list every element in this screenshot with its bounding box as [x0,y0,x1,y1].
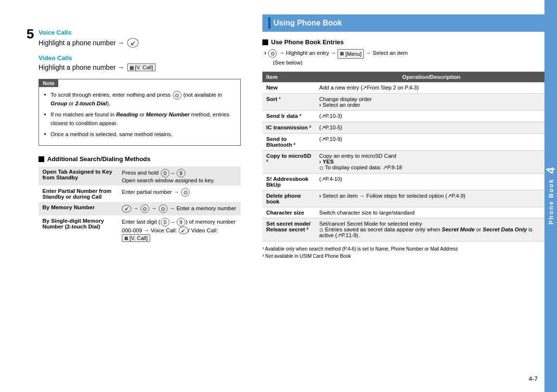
table-row: Delete phone book › Select an item → Fol… [262,190,547,207]
table-row: Set secret mode/ Release secret ² Set/ca… [262,218,547,241]
chevron-icon: › [264,50,266,56]
phonebook-table: Item Operation/Description New Add a new… [262,72,547,241]
note-item-2: If no matches are found in Reading or Me… [44,111,235,127]
video-highlight-line: Highlight a phone number → ▦ [V. Call] [39,63,241,71]
yes-bold: YES [323,159,334,164]
ref-delete: ↗P.4-9 [447,193,464,199]
desc-sort: Change display order › Select an order [315,94,547,111]
col-desc-header: Operation/Description [315,72,547,82]
left-column: Voice Calls Highlight a phone number → ↙… [0,0,255,392]
table-row: Enter Partial Number from Standby or dur… [39,186,241,202]
secret-data-bold: Secret Data Only [483,227,527,232]
circle-nav3-icon: ⊙ [159,204,168,213]
right-sidebar: 4 Phone Book [544,0,557,392]
vcall-icon2: ▦ [124,236,129,240]
twotouch-italic: 2-touch Dial [75,101,107,106]
vcall-label: [V. Call] [135,64,153,70]
desc-secret: Set/cancel Secret Mode for selected entr… [315,218,547,241]
black-square-icon [39,156,44,162]
circle-nav2-icon: ⊙ [141,204,149,213]
footnote-1: ¹ Available only when search method (P.4… [262,245,547,253]
right-column: Using Phone Book Use Phone Book Entries … [255,0,557,392]
circle-nav-icon: ⊙ [173,91,181,100]
group-italic: Group [51,101,67,106]
memory-italic: Memory Number [146,112,190,117]
ref-bt: ↗P.10-9 [321,136,340,142]
ref-sendir: ↗P.10-3 [321,113,340,119]
desc-delete: › Select an item → Follow steps for sele… [315,190,547,207]
ref-ic: ↗P.10-5 [321,125,340,130]
gt-arrow-sort: › [319,102,321,108]
blue-bar-accent [268,17,271,29]
gt-delete: › [319,193,321,199]
table-row: Send Ir data ² (↗P.10-3) [262,111,547,122]
gt-yes: › [319,159,321,164]
key0-icon: 0 [161,169,169,177]
search-row-key-4: By Single-digit Memory Number (2-touch D… [39,215,118,244]
call-sm-icon: ↙ [122,205,131,213]
page-container: 5 Voice Calls Highlight a phone number →… [0,0,557,392]
item-sendir: Send Ir data ² [262,111,315,122]
menu-icon: ▦ [340,51,344,57]
desc-new: Add a new entry (↗From Step 2 on P.4-3) [315,82,547,94]
item-secret: Set secret mode/ Release secret ² [262,218,315,241]
key9-icon: 9 [177,169,185,177]
sidebar-number: 4 [544,167,557,174]
use-entries-label: Use Phone Book Entries [271,38,344,46]
note-header: Note [39,79,58,87]
item-char: Character size [262,207,315,218]
reading-italic: Reading [116,112,138,117]
item-copy: Copy to microSD ² [262,151,315,174]
table-row: Sort ¹ Change display order › Select an … [262,94,547,111]
phonebook-header: Using Phone Book [262,14,547,32]
ref-secret: ↗P.11-9 [337,232,356,238]
call-icon: ↙ [127,38,139,48]
secret-mode-bold: Secret Mode [441,227,474,232]
ref-s: ↗P.4-10 [321,176,340,182]
table-row: New Add a new entry (↗From Step 2 on P.4… [262,82,547,94]
black-sq-icon [262,39,268,45]
search-row-val-4: Enter last digit (0 – 9) of memory numbe… [118,215,241,244]
video-calls-label: Video Calls [39,54,241,62]
desc-s: (↗P.4-10) [315,174,547,190]
phonebook-header-text: Using Phone Book [273,19,342,27]
item-bt: Send to Bluetooth ² [262,134,315,151]
video-highlight-text: Highlight a phone number → [39,63,124,71]
voice-calls-label: Voice Calls [39,29,241,36]
footnote-2: ² Not available in USIM Card Phone Book [262,253,547,260]
desc-copy: Copy an entry to microSD Card › YES To d… [315,151,547,174]
additional-search-label: Additional Search/Dialing Methods [47,155,151,163]
digit9b-icon: 9 [177,218,185,227]
note-box: Note To scroll through entries, enter no… [39,79,241,146]
search-row-val-2: Enter partial number → ⊙ [118,186,241,202]
table-row: Open Tab Assigned to Key from Standby Pr… [39,166,241,186]
table-row: S! Addressbook BkUp (↗P.4-10) [262,174,547,190]
voice-call-icon: ↙ [179,227,188,234]
desc-bt: (↗P.10-9) [315,134,547,151]
item-s: S! Addressbook BkUp [262,174,315,190]
search-row-val-1: Press and hold 0 – 9 Open search window … [118,166,241,186]
table-row: By Single-digit Memory Number (2-touch D… [39,215,241,244]
circle-enter-icon: ⊙ [181,188,190,197]
vcall-btn2: ▦[V. Call] [122,234,150,242]
use-entries-header: Use Phone Book Entries [262,38,547,46]
see-below: (See below) [264,60,302,65]
voice-highlight-line: Highlight a phone number → ↙ [39,38,241,48]
table-row: Copy to microSD ² Copy an entry to micro… [262,151,547,174]
bullet-secret [320,228,323,232]
additional-search-header: Additional Search/Dialing Methods [39,155,241,163]
table-row: Send to Bluetooth ² (↗P.10-9) [262,134,547,151]
table-row: IC transmission ² (↗P.10-5) [262,122,547,134]
note-item-3: Once a method is selected, same method r… [44,130,235,139]
col-item-header: Item [262,72,315,82]
page-number: 4-7 [529,375,538,382]
bullet-copy [320,166,323,170]
voice-highlight-text: Highlight a phone number → [39,39,124,47]
vcall-icon: ▦ [130,65,134,70]
sidebar-label: Phone Book [547,178,555,225]
item-sort: Sort ¹ [262,94,315,111]
note-body: To scroll through entries, enter nothing… [39,87,240,145]
search-table: Open Tab Assigned to Key from Standby Pr… [39,166,241,244]
section-number: 5 [26,26,34,42]
item-delete: Delete phone book [262,190,315,207]
